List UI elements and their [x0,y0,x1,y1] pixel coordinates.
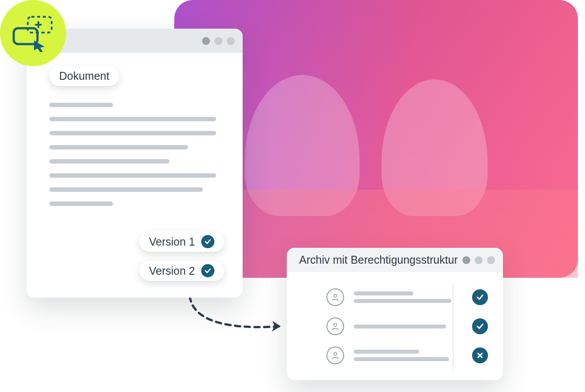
check-icon [201,264,214,277]
version-chip-label: Version 2 [149,265,195,277]
archive-card: Archiv mit Berechtigungsstruktur [287,248,503,380]
duplicate-badge [0,0,66,66]
placeholder-line [354,325,446,329]
permission-row [326,317,488,335]
placeholder-line [49,187,203,192]
permission-row [326,288,488,306]
placeholder-line [354,357,449,361]
window-dot-icon [487,256,495,264]
permission-lines [354,350,462,361]
placeholder-line [354,350,419,354]
placeholder-line [354,299,451,303]
user-icon [326,347,344,364]
check-icon [201,235,214,248]
document-placeholder-lines [49,103,216,206]
document-chip: Dokument [49,66,119,86]
placeholder-line [49,103,113,107]
version-chip: Version 2 [139,261,224,281]
flow-arrow-icon [181,295,296,340]
placeholder-line [49,117,216,121]
svg-rect-3 [14,28,38,44]
placeholder-line [49,145,188,149]
status-allow-icon [472,289,488,305]
permission-lines [354,291,462,303]
svg-point-4 [334,294,337,297]
permission-list [326,288,488,364]
window-dot-icon [462,256,470,264]
window-dot-icon [214,37,222,45]
permission-row [326,347,488,364]
duplicate-window-icon [11,14,55,52]
placeholder-line [49,159,169,164]
user-icon [326,288,344,306]
user-icon [326,317,344,335]
placeholder-line [49,202,113,206]
window-dot-icon [475,256,483,264]
document-card: Dokument Version 1 Version 2 [26,29,243,298]
version-chip: Version 1 [139,231,224,252]
svg-point-5 [334,323,337,326]
window-dot-icon [202,37,210,45]
version-chip-list: Version 1 Version 2 [139,231,224,281]
placeholder-line [354,291,413,295]
window-dot-icon [227,37,235,45]
version-chip-label: Version 1 [149,235,195,248]
placeholder-line [49,173,216,178]
status-deny-icon [472,347,488,363]
archive-title: Archiv mit Berechtigungsstruktur [299,254,458,266]
status-allow-icon [472,318,488,334]
cursor-icon [34,41,45,52]
svg-point-6 [334,352,337,355]
placeholder-line [49,131,216,135]
permission-lines [354,325,462,329]
document-chip-label: Dokument [59,70,109,82]
